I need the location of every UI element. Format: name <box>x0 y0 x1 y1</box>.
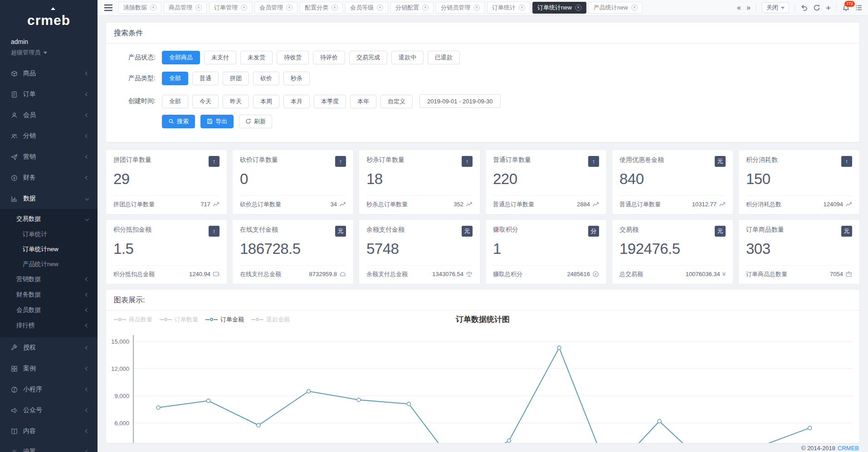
tab-close-icon[interactable]: × <box>150 5 156 11</box>
legend-item-order-count[interactable]: 订单数量 <box>160 316 198 324</box>
tab-6[interactable]: 分销配置 × <box>390 2 434 14</box>
filter-product-status-option-7[interactable]: 已退款 <box>428 51 460 64</box>
legend-label: 订单金额 <box>220 316 244 324</box>
filter-product-type-option-4[interactable]: 秒杀 <box>283 72 310 85</box>
box-icon <box>845 271 852 277</box>
tab-4[interactable]: 配置分类 × <box>300 2 343 14</box>
filter-create-time-option-1[interactable]: 今天 <box>192 95 219 108</box>
sidebar-item-marketing[interactable]: 营销 <box>0 146 98 167</box>
sidebar-item-case[interactable]: 案例 <box>0 358 98 379</box>
tab-5[interactable]: 会员等级 × <box>345 2 388 14</box>
tab-close-icon[interactable]: × <box>575 5 581 11</box>
sidebar-item-order[interactable]: 订单 <box>0 84 98 105</box>
search-button[interactable]: 搜索 <box>162 115 195 128</box>
sidebar-item-data[interactable]: 数据 <box>0 188 98 209</box>
tab-7[interactable]: 分销员管理 × <box>436 2 485 14</box>
tab-close-icon[interactable]: × <box>286 5 293 11</box>
tab-close-icon[interactable]: × <box>473 5 480 11</box>
notifications-bell-icon[interactable]: 772 <box>842 4 850 12</box>
tab-8[interactable]: 订单统计 × <box>487 2 530 14</box>
sidebar-item-content[interactable]: 内容 <box>0 421 98 442</box>
filter-product-status-option-4[interactable]: 待评价 <box>313 51 345 64</box>
filter-create-time-option-4[interactable]: 本月 <box>283 95 310 108</box>
scroll-tabs-right-icon[interactable]: » <box>746 4 751 11</box>
crmeb-link[interactable]: CRMEB <box>838 445 859 452</box>
legend-marker <box>122 319 126 320</box>
filter-product-type-option-1[interactable]: 普通 <box>192 72 219 85</box>
legend-item-order-amount[interactable]: 订单金额 <box>205 316 244 324</box>
list-menu-icon[interactable] <box>855 4 863 11</box>
filter-product-status-option-0[interactable]: 全部商品 <box>162 51 200 64</box>
sidebar-item-finance[interactable]: 财务 <box>0 167 98 188</box>
stat-card-value: 840 <box>619 170 726 188</box>
tab-close-icon[interactable]: × <box>631 5 638 11</box>
filter-create-time-option-2[interactable]: 昨天 <box>223 95 249 108</box>
chevron-left-icon <box>85 134 89 138</box>
export-button[interactable]: 导出 <box>200 115 234 128</box>
tab-10[interactable]: 产品统计new × <box>589 2 643 14</box>
sidebar-item-order-stats[interactable]: 订单统计 <box>0 227 98 242</box>
sidebar-item-marketing-data[interactable]: 营销数据 <box>0 272 98 287</box>
order-icon <box>11 91 18 98</box>
sidebar-item-finance-data[interactable]: 财务数据 <box>0 287 98 302</box>
sidebar-item-order-stats-new[interactable]: 订单统计new <box>0 242 98 257</box>
stat-card-value: 220 <box>493 170 599 188</box>
sidebar-item-member[interactable]: 会员 <box>0 105 98 126</box>
tab-2[interactable]: 订单管理 × <box>209 2 252 14</box>
search-actions: 搜索 导出 刷新 <box>106 115 859 142</box>
stat-card-value: 1 <box>493 240 599 258</box>
scroll-tabs-left-icon[interactable]: « <box>737 4 741 11</box>
arrow-up-badge-icon: ↑ <box>335 156 346 167</box>
refresh-icon[interactable] <box>813 4 820 11</box>
filter-create-time-option-5[interactable]: 本季度 <box>314 95 346 108</box>
tab-close-icon[interactable]: × <box>241 5 247 11</box>
sidebar-item-product-stats-new[interactable]: 产品统计new <box>0 257 98 272</box>
sidebar-item-official-account[interactable]: 公众号 <box>0 400 98 421</box>
filter-create-time-option-7[interactable]: 自定义 <box>380 95 413 108</box>
tab-close-icon[interactable]: × <box>332 5 338 11</box>
tab-close-icon[interactable]: × <box>519 5 525 11</box>
user-role-dropdown[interactable]: 超级管理员 <box>11 49 87 57</box>
filter-product-type-option-2[interactable]: 拼团 <box>223 72 249 85</box>
sidebar-item-miniapp[interactable]: 小程序 <box>0 379 98 400</box>
tab-0[interactable]: 清除数据 × <box>118 2 161 14</box>
filter-create-time-option-6[interactable]: 本年 <box>350 95 376 108</box>
refresh-button[interactable]: 刷新 <box>239 115 272 128</box>
undo-icon[interactable] <box>800 4 808 11</box>
stat-card-title: 秒杀订单数量 <box>366 156 405 164</box>
tab-9[interactable]: 订单统计new × <box>532 2 586 14</box>
sidebar-item-auth[interactable]: 授权 <box>0 337 98 358</box>
sidebar-item-distribution[interactable]: 分销 <box>0 126 98 146</box>
hamburger-icon[interactable] <box>103 2 114 13</box>
sidebar-item-label: 公众号 <box>23 406 42 414</box>
filter-create-time-option-3[interactable]: 本周 <box>253 95 279 108</box>
legend-item-product-count[interactable]: 商品数量 <box>114 316 152 324</box>
date-range-input[interactable]: 2019-09-01 - 2019-09-30 <box>419 94 501 108</box>
add-tab-icon[interactable]: + <box>826 4 831 12</box>
filter-product-status-option-5[interactable]: 交易完成 <box>349 51 387 64</box>
sidebar-item-settings[interactable]: 设置 <box>0 442 98 452</box>
sidebar-item-member-data[interactable]: 会员数据 <box>0 302 98 318</box>
filter-product-type-option-3[interactable]: 砍价 <box>253 72 279 85</box>
legend-item-refund-amount[interactable]: 退款金额 <box>251 316 290 324</box>
filter-product-type-option-0[interactable]: 全部 <box>162 72 188 85</box>
filter-create-time-option-0[interactable]: 全部 <box>162 95 188 108</box>
filter-product-status-option-6[interactable]: 退款中 <box>391 51 424 64</box>
chevron-left-icon <box>85 346 89 350</box>
filter-product-status-option-1[interactable]: 未支付 <box>204 51 236 64</box>
tab-1[interactable]: 商品管理 × <box>164 2 207 14</box>
sidebar-item-trade-data[interactable]: 交易数据 <box>0 211 98 227</box>
stat-card: 余额支付金额元 5748 余额支付总金额 1343076.54 <box>359 219 480 284</box>
tab-3[interactable]: 会员管理 × <box>254 2 297 14</box>
tab-close-icon[interactable]: × <box>195 5 202 11</box>
filter-options: 全部普通拼团砍价秒杀 <box>162 72 314 85</box>
close-tabs-dropdown[interactable]: 关闭 <box>762 2 789 13</box>
stat-card-value: 0 <box>240 170 346 188</box>
sidebar-item-ranking[interactable]: 排行榜 <box>0 318 98 333</box>
sidebar-item-product[interactable]: 商品 <box>0 63 98 84</box>
stat-card-sub-label: 普通总订单数量 <box>493 200 534 209</box>
tab-close-icon[interactable]: × <box>422 5 429 11</box>
filter-product-status-option-2[interactable]: 未发货 <box>240 51 273 64</box>
filter-product-status-option-3[interactable]: 待收货 <box>277 51 309 64</box>
tab-close-icon[interactable]: × <box>377 5 383 11</box>
